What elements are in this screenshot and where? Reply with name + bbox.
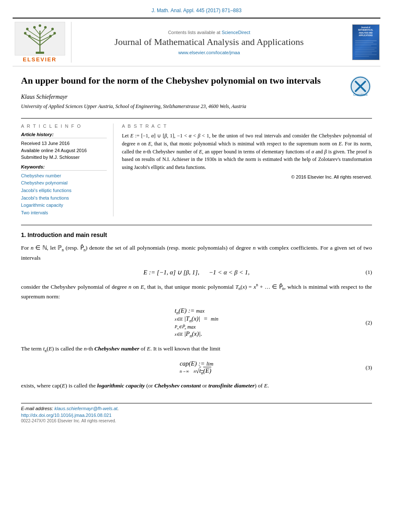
equation-1-content: E := [−1, α] ∪ [β, 1], −1 < α < β < 1, <box>143 269 250 276</box>
svg-line-7 <box>34 28 40 35</box>
keyword-chebyshev-number[interactable]: Chebyshev number <box>21 172 107 180</box>
journal-header: ELSEVIER Contents lists available at Sci… <box>13 18 380 66</box>
crossmark-badge: CrossMark <box>349 75 372 100</box>
email-link[interactable]: klaus.schiefermayr@fh-wels.at <box>54 406 117 411</box>
available-date: Available online 24 August 2016 <box>21 147 107 154</box>
keywords-section: Keywords: Chebyshev number Chebyshev pol… <box>21 164 107 217</box>
equation-2-content: tn(E) := max x∈E |Tn(x)| = min Pn∈P̂n ma… <box>174 307 218 339</box>
svg-point-13 <box>51 28 54 30</box>
elsevier-tree-icon <box>17 22 63 55</box>
abstract-text: Let E := [−1, α] ∪ [β, 1], −1 < α < β < … <box>122 132 372 171</box>
journal-ref-text: J. Math. Anal. Appl. 445 (2017) 871–883 <box>151 8 241 13</box>
journal-cover: Journal ofMATHEMATICALANALYSIS ANDAPPLIC… <box>347 24 380 60</box>
contents-available-line: Contents lists available at ScienceDirec… <box>80 30 338 35</box>
main-content: An upper bound for the norm of the Cheby… <box>0 66 393 436</box>
author-name: Klaus Schiefermayr <box>21 94 372 100</box>
article-info-header: A R T I C L E I N F O <box>21 124 107 129</box>
keyword-two-intervals[interactable]: Two intervals <box>21 209 107 217</box>
nth-root-symbol: n√tn(E) <box>194 367 211 375</box>
equation-1: E := [−1, α] ∪ [β, 1], −1 < α < β < 1, (… <box>21 269 372 276</box>
elsevier-logo: ELSEVIER <box>13 22 71 63</box>
journal-url[interactable]: www.elsevier.com/locate/jmaa <box>80 50 338 55</box>
section1-para2: consider the Chebyshev polynomial of deg… <box>21 282 372 301</box>
footer-email-line: E-mail address: klaus.schiefermayr@fh-we… <box>21 406 372 411</box>
email-label: E-mail address: <box>21 406 53 411</box>
svg-line-8 <box>40 28 45 35</box>
journal-cover-image: Journal ofMATHEMATICALANALYSIS ANDAPPLIC… <box>352 24 380 60</box>
section-separator <box>21 225 372 225</box>
cover-title-text: Journal ofMATHEMATICALANALYSIS ANDAPPLIC… <box>358 26 373 37</box>
equation-3-content: cap(E) := limn→∞ n√tn(E) <box>179 360 213 375</box>
page-container: J. Math. Anal. Appl. 445 (2017) 871–883 <box>0 0 393 532</box>
article-info-column: A R T I C L E I N F O Article history: R… <box>21 124 113 216</box>
keyword-jacobi-theta[interactable]: Jacobi's theta functions <box>21 195 107 202</box>
cover-decoration <box>354 39 377 58</box>
section1-title: 1. Introduction and main result <box>21 232 372 238</box>
keywords-title: Keywords: <box>21 164 107 171</box>
article-title: An upper bound for the norm of the Cheby… <box>21 75 372 87</box>
author-affiliation: University of Applied Sciences Upper Aus… <box>21 103 372 110</box>
section1-para3: The term tn(E) is called the n-th Chebys… <box>21 344 372 354</box>
history-title: Article history: <box>21 132 107 138</box>
elsevier-logo-image <box>15 22 65 55</box>
svg-point-15 <box>33 26 36 29</box>
svg-point-9 <box>24 32 26 34</box>
svg-point-12 <box>53 32 56 34</box>
abstract-column: A B S T R A C T Let E := [−1, α] ∪ [β, 1… <box>113 124 372 216</box>
svg-text:CrossMark: CrossMark <box>353 93 368 96</box>
journal-reference: J. Math. Anal. Appl. 445 (2017) 871–883 <box>0 0 393 18</box>
section1-para1: For n ∈ ℕ, let ℙn (resp. P̂n) denote the… <box>21 243 372 262</box>
journal-main-title: Journal of Mathematical Analysis and App… <box>80 37 338 47</box>
svg-line-5 <box>40 34 55 41</box>
svg-line-2 <box>25 34 40 41</box>
keyword-jacobi-elliptic[interactable]: Jacobi's elliptic functions <box>21 187 107 195</box>
section1-para4: exists, where cap(E) is called the logar… <box>21 381 372 390</box>
svg-point-16 <box>44 26 47 29</box>
elsevier-brand-name: ELSEVIER <box>23 56 56 63</box>
keyword-chebyshev-polynomial[interactable]: Chebyshev polynomial <box>21 179 107 187</box>
abstract-header: A B S T R A C T <box>122 124 372 129</box>
equation-3: cap(E) := limn→∞ n√tn(E) (3) <box>21 360 372 375</box>
footer-section: E-mail address: klaus.schiefermayr@fh-we… <box>21 403 372 423</box>
journal-title-area: Contents lists available at ScienceDirec… <box>71 28 347 57</box>
sciencedirect-link[interactable]: ScienceDirect <box>222 30 250 35</box>
copyright-line: © 2016 Elsevier Inc. All rights reserved… <box>122 174 372 179</box>
equation-1-number: (1) <box>366 269 372 276</box>
submitted-by: Submitted by M.J. Schlosser <box>21 154 107 161</box>
equation-2: tn(E) := max x∈E |Tn(x)| = min Pn∈P̂n ma… <box>21 307 372 339</box>
svg-point-14 <box>49 35 52 37</box>
crossmark-icon: CrossMark <box>349 75 372 98</box>
svg-point-11 <box>28 35 31 37</box>
svg-point-10 <box>26 28 29 30</box>
svg-point-17 <box>39 24 41 27</box>
equation-2-number: (2) <box>366 319 372 326</box>
footer-doi[interactable]: http://dx.doi.org/10.1016/j.jmaa.2016.08… <box>21 413 372 418</box>
article-info-abstract-section: A R T I C L E I N F O Article history: R… <box>21 118 372 216</box>
received-date: Received 13 June 2016 <box>21 140 107 147</box>
svg-rect-18 <box>36 52 44 54</box>
equation-3-number: (3) <box>366 364 372 371</box>
keyword-logarithmic-capacity[interactable]: Logarithmic capacity <box>21 202 107 209</box>
footer-copyright: 0022-247X/© 2016 Elsevier Inc. All right… <box>21 419 372 423</box>
